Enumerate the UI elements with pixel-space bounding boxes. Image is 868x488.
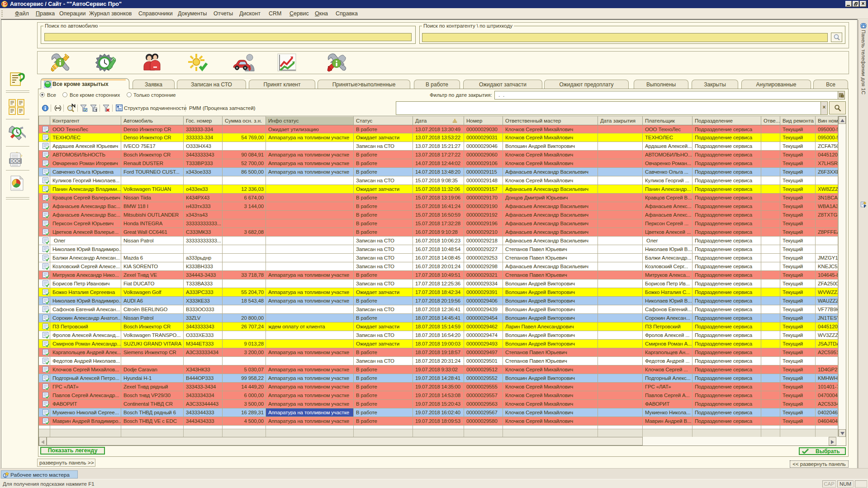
svg-text:DOC: DOC (10, 159, 20, 164)
